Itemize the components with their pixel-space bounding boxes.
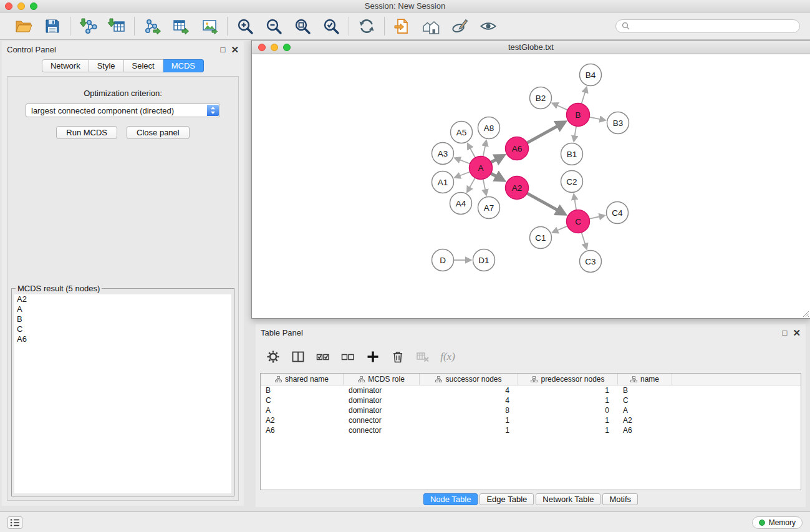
first-neighbors-button[interactable]	[420, 16, 441, 37]
control-panel-tab-mcds[interactable]: MCDS	[163, 59, 204, 72]
edge-A2-C[interactable]	[527, 193, 564, 214]
control-panel-tab-style[interactable]: Style	[89, 59, 124, 72]
show-columns-button[interactable]	[291, 349, 306, 364]
import-table-from-file-button[interactable]	[106, 16, 127, 37]
table-row[interactable]: A6connector11A6	[261, 425, 801, 435]
column-header-successor-nodes[interactable]: successor nodes	[420, 374, 518, 385]
edge-B-B3[interactable]	[589, 117, 604, 120]
table-settings-button[interactable]	[266, 349, 281, 364]
zoom-in-button[interactable]	[234, 16, 256, 37]
add-column-button[interactable]	[365, 349, 380, 364]
node-C4[interactable]: C4	[607, 202, 629, 224]
table-row[interactable]: Cdominator41C	[261, 395, 801, 405]
node-A7[interactable]: A7	[478, 197, 500, 219]
edge-A-A6[interactable]	[491, 156, 503, 162]
edge-C-C1[interactable]	[553, 226, 567, 232]
edge-A6-B[interactable]	[527, 122, 564, 143]
criterion-dropdown[interactable]: largest connected component (directed)	[26, 104, 220, 117]
table-row[interactable]: Adominator80A	[261, 405, 801, 415]
mcds-result-list[interactable]: A2ABCA6	[14, 294, 231, 493]
node-D1[interactable]: D1	[473, 249, 495, 271]
table-tab-edge-table[interactable]: Edge Table	[480, 493, 534, 505]
close-table-panel-icon[interactable]: ✕	[793, 329, 801, 337]
import-network-from-database-button[interactable]	[392, 16, 413, 37]
column-header-name[interactable]: name	[618, 374, 672, 385]
delete-table-button[interactable]	[415, 349, 430, 364]
column-header-shared-name[interactable]: shared name	[261, 374, 344, 385]
zoom-selected-button[interactable]	[321, 16, 342, 37]
mcds-result-item[interactable]: C	[14, 324, 231, 334]
refresh-view-button[interactable]	[356, 16, 377, 37]
edge-A-A8[interactable]	[483, 141, 486, 156]
close-panel-icon[interactable]: ✕	[231, 46, 239, 54]
table-tab-motifs[interactable]: Motifs	[602, 493, 638, 505]
edge-C-C3[interactable]	[582, 233, 587, 248]
column-header-MCDS-role[interactable]: MCDS role	[344, 374, 420, 385]
run-mcds-button[interactable]: Run MCDS	[56, 126, 117, 139]
show-hide-button[interactable]	[478, 16, 499, 37]
function-builder-button[interactable]: f(x)	[440, 349, 455, 364]
mcds-result-item[interactable]: A2	[14, 294, 231, 304]
node-B1[interactable]: B1	[561, 143, 583, 165]
edge-B-B4[interactable]	[582, 88, 587, 104]
node-A[interactable]: A	[470, 157, 493, 180]
edge-A-A5[interactable]	[468, 144, 475, 158]
control-panel-tab-network[interactable]: Network	[42, 59, 89, 72]
mcds-result-item[interactable]: A	[14, 304, 231, 314]
network-graph-canvas[interactable]: B4B2BB3A5A8A6B1A3AA1C2A2A4A7C4C1CC3DD1	[252, 54, 810, 318]
edge-A-A3[interactable]	[455, 158, 470, 164]
mcds-result-item[interactable]: A6	[14, 334, 231, 344]
mcds-result-item[interactable]: B	[14, 314, 231, 324]
node-A5[interactable]: A5	[451, 122, 473, 143]
network-window-titlebar[interactable]: testGlobe.txt	[252, 41, 810, 54]
zoom-out-button[interactable]	[263, 16, 284, 37]
search-input[interactable]	[633, 22, 794, 31]
task-history-button[interactable]	[7, 516, 22, 529]
node-A1[interactable]: A1	[432, 172, 454, 193]
edge-A-A7[interactable]	[483, 179, 486, 194]
control-panel-tab-select[interactable]: Select	[124, 59, 163, 72]
import-network-from-file-button[interactable]	[77, 16, 99, 37]
node-C3[interactable]: C3	[580, 251, 602, 273]
open-session-button[interactable]	[13, 16, 34, 37]
table-tab-network-table[interactable]: Network Table	[536, 493, 600, 505]
node-B4[interactable]: B4	[580, 64, 602, 86]
node-A4[interactable]: A4	[450, 193, 472, 215]
node-B3[interactable]: B3	[607, 112, 629, 134]
node-C[interactable]: C	[567, 210, 590, 233]
node-A8[interactable]: A8	[478, 117, 500, 139]
select-all-rows-button[interactable]	[316, 349, 330, 364]
close-panel-button[interactable]: Close panel	[127, 126, 190, 139]
export-table-button[interactable]	[170, 16, 191, 37]
node-C2[interactable]: C2	[561, 171, 583, 193]
edge-B-B1[interactable]	[574, 126, 576, 140]
global-search-field[interactable]	[615, 19, 800, 33]
edge-B-B2[interactable]	[553, 104, 567, 110]
table-tab-node-table[interactable]: Node Table	[423, 493, 478, 505]
resize-grip-icon[interactable]	[801, 309, 809, 317]
node-B[interactable]: B	[567, 104, 590, 127]
node-A6[interactable]: A6	[506, 137, 529, 160]
save-session-button[interactable]	[42, 16, 63, 37]
column-header-predecessor-nodes[interactable]: predecessor nodes	[518, 374, 618, 385]
node-A2[interactable]: A2	[506, 177, 529, 200]
edge-A-A1[interactable]	[455, 172, 470, 178]
edge-C-C4[interactable]	[589, 216, 604, 219]
edge-C-C2[interactable]	[574, 195, 576, 210]
node-B2[interactable]: B2	[530, 87, 552, 109]
zoom-fit-button[interactable]	[292, 16, 313, 37]
edge-A-A4[interactable]	[468, 178, 475, 191]
delete-columns-button[interactable]	[390, 349, 405, 364]
export-network-button[interactable]	[142, 16, 163, 37]
float-panel-icon[interactable]: □	[221, 46, 226, 54]
annotation-tool-button[interactable]	[449, 16, 470, 37]
table-row[interactable]: Bdominator41B	[261, 385, 801, 395]
edge-A-A2[interactable]	[491, 173, 503, 180]
export-image-button[interactable]	[199, 16, 220, 37]
memory-button[interactable]: Memory	[752, 516, 803, 529]
node-D[interactable]: D	[432, 249, 454, 271]
node-A3[interactable]: A3	[432, 143, 454, 165]
unselect-all-rows-button[interactable]	[340, 349, 355, 364]
table-row[interactable]: A2connector11A2	[261, 415, 801, 425]
node-C1[interactable]: C1	[530, 227, 552, 249]
